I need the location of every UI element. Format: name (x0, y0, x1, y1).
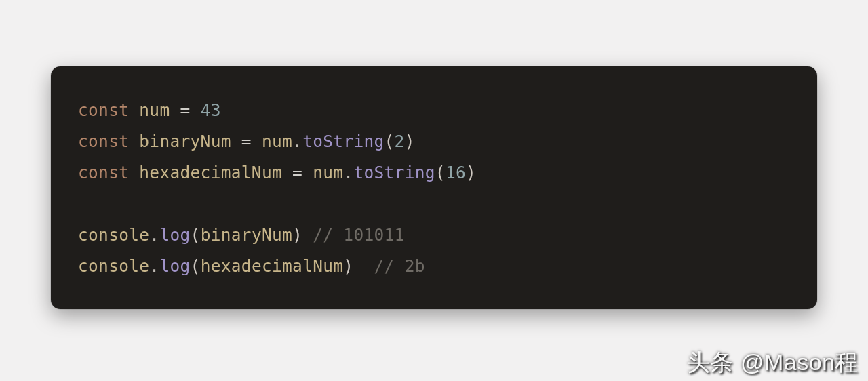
code-token: hexadecimalNum (139, 163, 282, 182)
code-token: ) (343, 256, 353, 276)
code-token: log (159, 225, 190, 245)
code-token: ( (384, 132, 395, 151)
code-token: num (139, 100, 170, 120)
code-token: const (78, 163, 139, 182)
code-line: const num = 43 (78, 95, 790, 126)
code-token: console (78, 225, 149, 245)
code-token: ( (435, 163, 446, 182)
code-token: binaryNum (139, 132, 231, 151)
code-token: binaryNum (201, 225, 292, 245)
code-token: 16 (446, 163, 466, 182)
code-token: ) (405, 132, 415, 151)
code-line: console.log(hexadecimalNum) // 2b (78, 251, 790, 282)
watermark-text: 头条 @Mason程 (687, 347, 859, 378)
code-token: . (343, 163, 353, 182)
code-token: toString (302, 132, 384, 151)
code-token: ( (191, 256, 201, 276)
code-token: const (78, 132, 139, 151)
code-block: const num = 43const binaryNum = num.toSt… (78, 95, 790, 282)
code-line: const binaryNum = num.toString(2) (78, 126, 790, 157)
code-token: = (170, 100, 200, 120)
code-token: num (313, 163, 343, 182)
code-token: = (282, 163, 313, 182)
code-token: ) (466, 163, 476, 182)
code-token: . (292, 132, 302, 151)
code-token: = (231, 132, 262, 151)
code-token: ( (191, 225, 201, 245)
code-token: // 2b (353, 256, 425, 276)
code-line: console.log(binaryNum) // 101011 (78, 220, 790, 251)
code-token: 2 (395, 132, 405, 151)
code-token: . (149, 225, 159, 245)
code-line: const hexadecimalNum = num.toString(16) (78, 157, 790, 188)
code-token: console (78, 256, 149, 276)
code-token: 43 (201, 100, 221, 120)
code-token: ) (292, 225, 302, 245)
code-card: const num = 43const binaryNum = num.toSt… (51, 66, 817, 309)
code-token: // 101011 (302, 225, 405, 245)
code-token: log (159, 256, 190, 276)
code-token: . (149, 256, 159, 276)
code-token: toString (353, 163, 435, 182)
code-line (78, 188, 790, 220)
code-token: num (262, 132, 292, 151)
code-token: const (78, 100, 139, 120)
code-token: hexadecimalNum (201, 256, 344, 276)
